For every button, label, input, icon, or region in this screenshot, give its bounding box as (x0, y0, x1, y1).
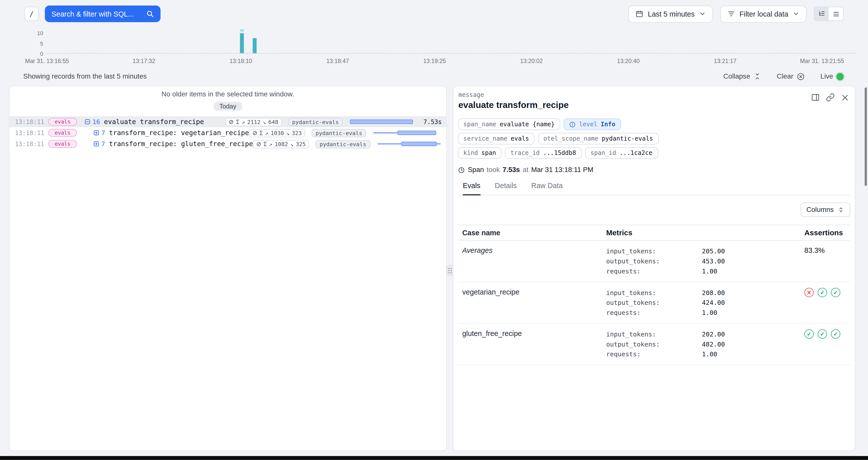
span-id-pill[interactable]: span_id ...1ca2ce (585, 147, 658, 159)
pill-key: service_name (463, 135, 507, 142)
level-pill[interactable]: level Info (564, 119, 621, 130)
showing-records-text: Showing records from the last 5 minutes (23, 72, 147, 80)
clear-button[interactable]: Clear (777, 72, 805, 80)
span-name: transform_recipe: vegetarian_recipe (109, 129, 249, 137)
project-badge[interactable]: evals (48, 118, 77, 126)
view-mode-toggle (814, 6, 844, 21)
project-badge[interactable]: evals (48, 140, 77, 148)
evals-table: Case name Metrics Assertions Averages in… (458, 225, 850, 365)
pill-key: level (579, 121, 597, 128)
list-view-toggle[interactable] (829, 7, 843, 21)
service-name-pill[interactable]: service_name evals (458, 133, 535, 144)
tree-view-toggle[interactable] (814, 7, 829, 21)
columns-label: Columns (806, 206, 834, 214)
records-timeline-chart[interactable]: 10 5 0 Mar 31. 13:16:5513:17:3213:18:101… (0, 28, 868, 68)
bottom-edge-strip (0, 456, 868, 460)
span-name-pill[interactable]: span_name evaluate {name} (458, 119, 560, 130)
assertion-pass-icon: ✓ (804, 329, 814, 338)
evals-table-row[interactable]: Averages input_tokens:205.00 output_toke… (458, 241, 850, 282)
search-sql-button[interactable]: Search & filter with SQL... (45, 5, 160, 22)
token-usage-chip[interactable]: Σ ↗1030 ↘323 (249, 129, 305, 137)
info-icon (569, 121, 576, 128)
otel-scope-chip[interactable]: pydantic-evals (316, 140, 370, 148)
project-badge[interactable]: evals (48, 129, 77, 137)
tokens-out: 325 (296, 141, 306, 147)
metric-key: output_tokens: (606, 339, 702, 349)
child-count: 7 (101, 129, 105, 137)
expand-box-icon (93, 141, 99, 147)
columns-button[interactable]: Columns (800, 203, 850, 217)
metrics-cell: input_tokens:202.00 output_tokens:482.00… (606, 329, 804, 359)
span-detail-panel: message evaluate transform_recipe span_n… (453, 86, 855, 451)
metric-key: output_tokens: (606, 298, 702, 308)
filter-local-data-dropdown[interactable]: Filter local data (720, 5, 806, 22)
clear-label: Clear (777, 72, 794, 80)
expand-children-button[interactable]: 7 (93, 140, 105, 148)
time-range-dropdown[interactable]: Last 5 minutes (628, 5, 713, 22)
trace-row[interactable]: 13:18:11 evals 7 transform_recipe: glute… (9, 138, 446, 150)
copy-link-icon[interactable] (826, 93, 835, 102)
tree-view-icon (818, 10, 825, 18)
span-timeline-bar[interactable] (350, 117, 413, 126)
span-timeline-bar[interactable] (373, 128, 436, 137)
span-name: transform_recipe: gluten_free_recipe (109, 140, 253, 148)
otel-scope-pill[interactable]: otel_scope_name pydantic-evals (538, 133, 659, 144)
live-toggle[interactable]: Live (820, 72, 844, 80)
trace-time: 13:18:11 (15, 129, 44, 137)
chart-bar[interactable] (253, 38, 257, 53)
filter-icon (727, 10, 735, 18)
metric-key: input_tokens: (606, 329, 702, 339)
slash-shortcut-button[interactable]: / (24, 6, 39, 21)
empty-window-notice: No older items in the selected time wind… (9, 90, 446, 98)
pill-key: trace_id (510, 150, 540, 157)
search-sql-label: Search & filter with SQL... (52, 10, 134, 18)
span-timing-line: Span took 7.53s at Mar 31 13:18:11 PM (458, 166, 850, 174)
token-usage-chip[interactable]: Σ ↗2112 ↘648 (225, 118, 282, 126)
tab-evals[interactable]: Evals (463, 182, 480, 195)
metric-key: input_tokens: (606, 246, 702, 256)
pill-value: evals (510, 135, 529, 142)
sigma-symbol: Σ (236, 119, 239, 125)
open-in-panel-icon[interactable] (811, 93, 820, 102)
y-tick: 5 (31, 41, 43, 47)
panel-resize-handle[interactable] (447, 265, 453, 276)
metrics-cell: input_tokens:208.00 output_tokens:424.00… (606, 288, 804, 318)
y-tick: 0 (31, 51, 43, 57)
token-icon (256, 141, 261, 146)
expand-box-icon (93, 130, 99, 136)
pill-value: span (481, 150, 496, 157)
metric-key: requests: (606, 307, 702, 318)
collapse-children-button[interactable]: 16 (84, 118, 100, 126)
token-usage-chip[interactable]: Σ ↗1082 ↘325 (253, 140, 309, 148)
expand-children-button[interactable]: 7 (93, 129, 105, 137)
x-tick: 13:18:10 (229, 58, 252, 64)
evals-table-row[interactable]: vegetarian_recipe input_tokens:208.00 ou… (458, 282, 850, 324)
metric-value: 205.00 (702, 246, 804, 256)
otel-scope-chip[interactable]: pydantic-evals (288, 118, 343, 126)
collapse-button[interactable]: Collapse (723, 72, 761, 80)
case-name: Averages (458, 246, 606, 276)
trace-time: 13:18:11 (15, 140, 44, 147)
trace-row[interactable]: 13:18:11 evals 16 evaluate transform_rec… (9, 116, 446, 127)
metric-value: 453.00 (702, 256, 804, 266)
assertion-fail-icon: ✕ (804, 288, 814, 297)
chart-plot (47, 30, 855, 54)
kind-pill[interactable]: kind span (458, 147, 502, 159)
tab-details[interactable]: Details (495, 182, 517, 195)
timing-span-word: Span (468, 166, 484, 174)
evals-table-row[interactable]: gluten_free_recipe input_tokens:202.00 o… (458, 324, 850, 365)
trace-id-pill[interactable]: trace_id ...15ddb8 (505, 147, 582, 159)
scrollbar-thumb[interactable] (865, 87, 867, 186)
trace-row[interactable]: 13:18:11 evals 7 transform_recipe: veget… (9, 127, 446, 138)
chart-bar[interactable] (240, 33, 244, 53)
tab-raw-data[interactable]: Raw Data (531, 182, 563, 195)
metric-value: 482.00 (702, 339, 804, 349)
span-timeline-bar[interactable] (377, 139, 440, 148)
close-icon[interactable] (841, 93, 849, 102)
tokens-out: 323 (292, 130, 302, 136)
pill-value: ...15ddb8 (543, 150, 576, 157)
otel-scope-chip[interactable]: pydantic-evals (312, 129, 366, 137)
pill-key: kind (463, 150, 478, 157)
clock-icon (458, 166, 465, 173)
child-count: 7 (101, 140, 105, 148)
